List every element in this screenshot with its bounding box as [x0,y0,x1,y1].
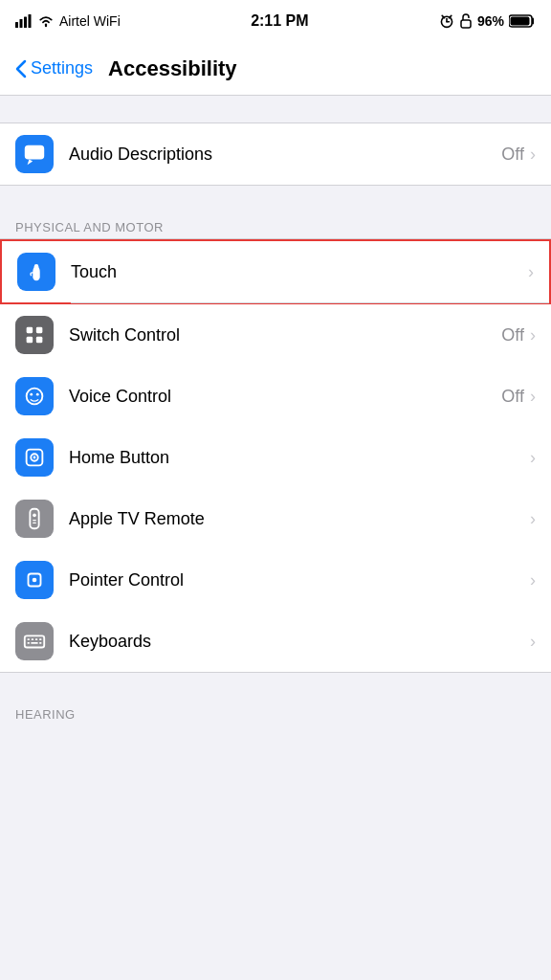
status-time: 2:11 PM [251,12,308,30]
svg-rect-31 [32,638,33,640]
svg-point-18 [30,393,33,396]
voice-control-icon-wrap [15,377,54,415]
svg-marker-11 [28,160,33,166]
status-left: Airtel WiFi [15,13,121,29]
svg-point-17 [27,389,43,405]
back-button[interactable]: Settings [15,58,93,78]
list-item-switch-control[interactable]: Switch Control Off › [0,304,551,366]
touch-chevron: › [528,262,534,282]
apple-tv-remote-label: Apple TV Remote [69,509,530,529]
face-icon [22,384,47,409]
keyboards-chevron: › [530,632,536,652]
home-button-chevron: › [530,448,536,468]
carrier-label: Airtel WiFi [59,13,121,29]
voice-control-label: Voice Control [69,387,501,407]
home-button-label: Home Button [69,448,530,468]
battery-label: 96% [477,13,504,29]
svg-rect-32 [35,638,37,640]
keyboards-icon-wrap [15,622,54,660]
robot-icon [22,445,47,470]
nav-bar: Settings Accessibility [0,42,551,96]
audio-descriptions-label: Audio Descriptions [69,145,501,165]
physical-motor-header: PHYSICAL AND MOTOR [0,212,551,238]
switch-control-chevron: › [530,325,536,345]
section-gap-top [0,96,551,122]
svg-rect-23 [30,509,38,528]
list-item-voice-control[interactable]: Voice Control Off › [0,366,551,427]
status-right: 96% [439,13,536,29]
svg-rect-1 [20,19,23,28]
apple-tv-remote-icon-wrap [15,500,54,538]
battery-icon [509,14,536,28]
svg-rect-30 [28,638,30,640]
status-bar: Airtel WiFi 2:11 PM 96% [0,0,551,42]
signal-icon [15,14,33,28]
svg-rect-0 [15,22,18,28]
svg-rect-33 [39,638,41,640]
section-gap-physical [0,186,551,212]
svg-rect-7 [461,20,471,28]
physical-motor-list-group: Touch › Switch Control Off › [0,238,551,673]
list-item-apple-tv-remote[interactable]: Apple TV Remote › [0,488,551,549]
list-item-keyboards[interactable]: Keyboards › [0,611,551,672]
list-item-touch[interactable]: Touch › [0,239,551,304]
top-list-group: Audio Descriptions Off › [0,122,551,186]
list-item-audio-descriptions[interactable]: Audio Descriptions Off › [0,123,551,185]
svg-point-24 [33,513,36,517]
wifi-icon [37,14,55,28]
touch-label: Touch [71,262,528,282]
svg-rect-16 [36,337,43,344]
svg-rect-13 [27,327,33,334]
page-title: Accessibility [108,56,237,81]
chevron-left-icon [15,59,27,78]
svg-rect-9 [511,17,530,26]
pointer-control-icon-wrap [15,561,54,599]
svg-rect-25 [33,520,36,521]
svg-rect-29 [25,635,44,647]
touch-icon-wrap [17,253,55,291]
svg-point-22 [33,457,36,459]
apple-tv-remote-chevron: › [530,509,536,529]
alarm-icon [439,13,454,29]
pointer-icon [22,568,47,592]
svg-rect-2 [24,17,27,29]
svg-rect-36 [39,642,41,644]
keyboard-icon [22,629,47,654]
svg-rect-26 [33,523,36,523]
svg-rect-35 [31,642,37,644]
switch-control-value: Off [501,325,524,345]
svg-point-12 [34,264,39,269]
pointer-control-label: Pointer Control [69,570,530,590]
audio-descriptions-chevron: › [530,145,536,165]
svg-rect-10 [25,145,44,160]
svg-rect-14 [36,327,43,334]
voice-control-chevron: › [530,387,536,407]
grid-icon [22,323,47,347]
svg-rect-15 [27,337,33,344]
switch-control-icon-wrap [15,316,54,354]
remote-icon [22,506,47,531]
hand-icon [24,259,49,284]
back-label: Settings [31,58,93,78]
section-gap-hearing [0,673,551,700]
svg-point-28 [33,578,37,583]
hearing-header: HEARING [0,700,551,725]
audio-descriptions-value: Off [501,145,524,165]
list-item-home-button[interactable]: Home Button › [0,427,551,488]
list-item-pointer-control[interactable]: Pointer Control › [0,549,551,611]
pointer-control-chevron: › [530,570,536,590]
audio-descriptions-icon [15,135,54,173]
chat-icon [22,142,47,167]
svg-rect-34 [28,642,30,644]
switch-control-label: Switch Control [69,325,501,345]
voice-control-value: Off [501,387,524,407]
home-button-icon-wrap [15,438,54,477]
svg-rect-3 [29,14,32,28]
svg-point-19 [36,393,39,396]
rotation-lock-icon [459,13,473,29]
keyboards-label: Keyboards [69,632,530,652]
